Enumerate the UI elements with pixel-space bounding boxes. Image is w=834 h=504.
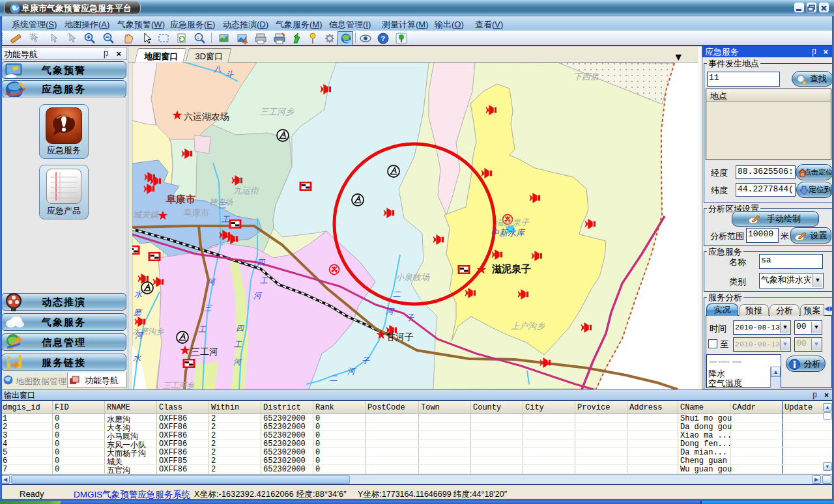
svg-text:水: 水	[133, 354, 141, 363]
svg-text:上户沟乡: 上户沟乡	[511, 321, 545, 331]
svg-text:九运街: 九运街	[233, 186, 260, 195]
svg-text:八: 八	[213, 64, 222, 74]
svg-text:三工河: 三工河	[191, 346, 218, 357]
svg-text:工: 工	[222, 215, 230, 224]
svg-text:河: 河	[253, 291, 263, 300]
svg-text:二: 二	[393, 290, 401, 299]
svg-text:工: 工	[260, 276, 268, 285]
svg-text:滋泥泉子: 滋泥泉子	[495, 217, 530, 227]
svg-text:1:: 1:	[197, 35, 201, 40]
svg-text:?: ?	[381, 35, 386, 42]
svg-text:六运湖农场: 六运湖农场	[184, 111, 229, 122]
svg-text:下西泉: 下西泉	[573, 72, 599, 81]
svg-text:阜康市: 阜康市	[184, 208, 209, 217]
svg-text:河: 河	[386, 307, 395, 316]
svg-text:甘河子: 甘河子	[386, 331, 414, 342]
svg-text:三: 三	[218, 201, 227, 210]
svg-text:城关镇: 城关镇	[133, 210, 160, 219]
svg-text:斗: 斗	[225, 70, 234, 79]
svg-text:工: 工	[198, 325, 207, 334]
svg-text:磨: 磨	[134, 308, 143, 317]
svg-text:滋泥泉子: 滋泥泉子	[491, 263, 531, 274]
svg-text:子: 子	[362, 356, 370, 365]
svg-text:四: 四	[236, 324, 245, 333]
svg-text:水: 水	[134, 290, 143, 299]
svg-text:中新水库: 中新水库	[491, 228, 526, 238]
svg-text:工: 工	[234, 340, 242, 349]
svg-text:三: 三	[204, 303, 213, 313]
svg-text:阜康市: 阜康市	[165, 193, 195, 204]
svg-text:河: 河	[207, 277, 216, 287]
svg-text:小泉牧场: 小泉牧场	[395, 272, 430, 282]
svg-text:河: 河	[135, 331, 144, 340]
svg-text:三工河乡: 三工河乡	[163, 381, 195, 389]
svg-text:河: 河	[233, 357, 242, 367]
svg-text:四: 四	[257, 258, 266, 267]
svg-text:二: 二	[330, 374, 338, 383]
svg-text:河: 河	[347, 367, 356, 376]
svg-text:三工河乡: 三工河乡	[260, 107, 295, 117]
svg-text:子: 子	[406, 313, 414, 322]
